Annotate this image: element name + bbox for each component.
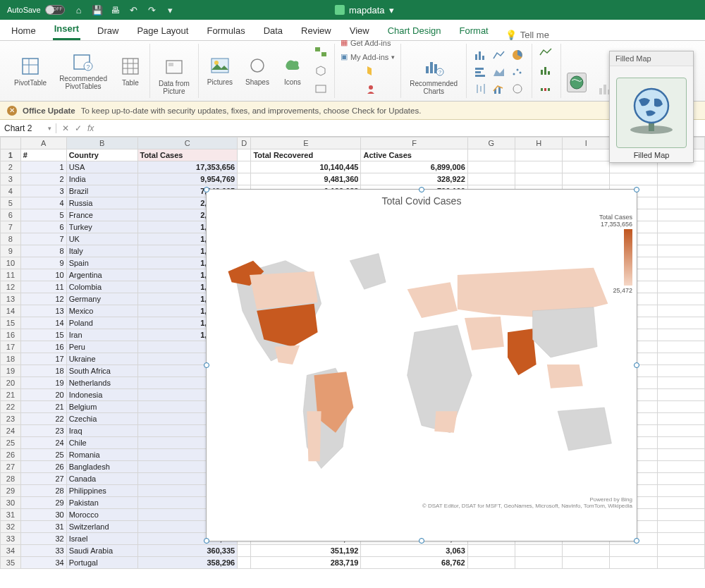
screenshot-icon[interactable] [313,81,329,97]
legend-gradient-icon [624,229,632,286]
svg-point-19 [369,85,373,90]
table-row[interactable]: 3534Portugal358,296283,71968,762 [1,557,705,569]
tab-review[interactable]: Review [300,21,333,40]
tab-insert[interactable]: Insert [53,19,80,40]
area-chart-icon[interactable] [491,64,508,80]
undo-icon[interactable]: ↶ [128,4,140,16]
save-icon[interactable]: 💾 [92,4,103,16]
svg-point-53 [634,89,668,123]
autosave-toggle[interactable]: AutoSave OFF [7,5,65,15]
icons-icon [282,55,303,76]
column-chart-icon[interactable] [472,47,489,63]
filled-map-dropdown: Filled Map Filled Map [609,51,694,163]
chart-types-gallery [472,47,526,97]
ribbon: PivotTable ? Recommended PivotTables Tab… [0,41,705,102]
cancel-formula-icon[interactable]: ✕ [62,123,69,133]
svg-rect-25 [475,54,477,60]
more-charts-icon[interactable] [509,81,526,97]
table-row[interactable]: 21USA17,353,65610,140,4456,899,006 [1,161,705,173]
data-from-picture-icon [164,56,185,78]
get-addins-button[interactable]: ▦Get Add-ins [341,37,395,49]
bing-maps-icon[interactable] [363,63,379,78]
map-plot-area[interactable]: Total Cases 17,353,656 25,472 [207,209,637,513]
pie-chart-icon[interactable] [509,47,526,63]
svg-rect-21 [430,62,433,73]
worksheet-grid[interactable]: A B C D E F G H I J K 1#CountryTotal Cas… [0,137,705,588]
icons-button[interactable]: Icons [279,54,306,87]
table-row[interactable]: 32India9,954,7699,481,360328,922 [1,173,705,185]
my-addins-button[interactable]: ▣My Add-ins▾ [341,51,395,63]
addins-icon: ▣ [341,52,348,61]
scatter-chart-icon[interactable] [509,64,526,80]
svg-rect-30 [475,71,481,73]
enter-formula-icon[interactable]: ✓ [75,123,82,133]
svg-rect-26 [479,51,481,60]
recommended-charts-icon: ? [423,56,444,78]
sparkline-column-icon[interactable] [538,63,555,78]
tab-home[interactable]: Home [10,21,37,40]
svg-point-40 [513,85,522,93]
tab-formulas[interactable]: Formulas [205,21,246,40]
svg-rect-42 [544,67,546,75]
pictures-button[interactable]: Pictures [204,54,235,87]
tab-data[interactable]: Data [262,21,284,40]
table-row[interactable]: 1#CountryTotal CasesTotal RecoveredActiv… [1,149,705,161]
close-icon[interactable]: ✕ [7,106,17,116]
shapes-icon [247,55,268,76]
3dmodels-icon[interactable] [313,63,329,78]
column-headers[interactable]: A B C D E F G H I J K [1,137,705,149]
table-button[interactable]: Table [117,54,144,88]
name-box[interactable]: Chart 2 ▾ [0,123,56,133]
sparkline-winloss-icon[interactable] [538,81,555,97]
recommended-charts-button[interactable]: ? Recommended Charts [407,55,460,97]
svg-rect-27 [482,56,484,60]
tab-format[interactable]: Format [458,21,490,40]
svg-rect-13 [212,59,228,73]
chart-object[interactable]: Total Covid Cases Total Cases 17,353,656… [206,189,637,541]
svg-point-14 [214,61,219,65]
svg-rect-18 [316,85,326,92]
svg-rect-29 [475,68,484,70]
svg-rect-43 [548,71,550,75]
filled-map-option[interactable] [616,78,687,148]
maps-dropdown-button[interactable] [567,73,587,92]
line-chart-icon[interactable] [491,47,508,63]
toggle-icon[interactable]: OFF [45,5,65,15]
shapes-button[interactable]: Shapes [243,54,272,87]
excel-file-icon [335,5,345,15]
svg-rect-17 [321,52,326,56]
home-icon[interactable]: ⌂ [73,4,85,16]
filled-map-header: Filled Map [610,51,693,66]
svg-point-15 [251,59,264,72]
tell-me-search[interactable]: 💡 Tell me [505,30,549,40]
table-row[interactable]: 3433Saudi Arabia360,335351,1923,063 [1,545,705,557]
fx-icon[interactable]: fx [87,123,94,133]
bar-chart-icon[interactable] [472,64,489,80]
data-from-picture-button[interactable]: Data from Picture [156,55,192,97]
smartart-icon[interactable] [313,44,329,60]
tab-draw[interactable]: Draw [96,21,120,40]
document-title[interactable]: mapdata ▾ [335,5,394,16]
tab-page-layout[interactable]: Page Layout [135,21,190,40]
svg-point-47 [570,76,583,89]
redo-icon[interactable]: ↷ [147,4,158,16]
sparkline-line-icon[interactable] [538,44,555,60]
chevron-down-icon: ▾ [391,54,395,61]
qat-more-icon[interactable]: ▾ [165,4,176,16]
combo-chart-icon[interactable] [491,81,508,97]
office-update-infobar: ✕ Office Update To keep up-to-date with … [0,102,705,120]
svg-rect-48 [599,88,602,94]
chart-legend: Total Cases 17,353,656 25,472 [599,214,632,294]
stock-chart-icon[interactable] [472,81,489,97]
chart-title[interactable]: Total Covid Cases [207,190,637,209]
svg-rect-16 [315,47,320,51]
print-icon[interactable]: 🖶 [110,4,121,16]
filled-map-label: Filled Map [634,151,670,159]
svg-rect-11 [166,61,182,73]
people-graph-icon[interactable] [363,81,379,97]
recommended-pivottables-button[interactable]: ? Recommended PivotTables [56,50,110,92]
pivottable-button[interactable]: PivotTable [11,54,49,88]
chevron-down-icon: ▾ [389,5,394,16]
pivottable-icon [20,56,41,77]
svg-text:?: ? [439,69,442,75]
